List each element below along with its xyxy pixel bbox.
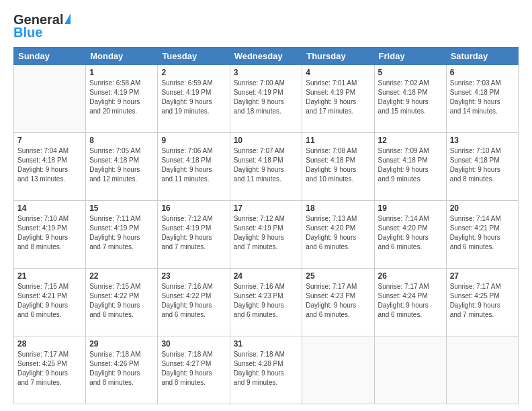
- day-info: Sunrise: 6:59 AM Sunset: 4:19 PM Dayligh…: [161, 79, 226, 116]
- day-info: Sunrise: 7:11 AM Sunset: 4:19 PM Dayligh…: [89, 214, 154, 252]
- weekday-thursday: Thursday: [302, 48, 374, 65]
- calendar-cell: 9Sunrise: 7:06 AM Sunset: 4:18 PM Daylig…: [158, 133, 230, 201]
- logo-triangle-icon: [64, 13, 71, 24]
- day-info: Sunrise: 7:01 AM Sunset: 4:19 PM Dayligh…: [306, 79, 370, 116]
- day-info: Sunrise: 7:17 AM Sunset: 4:23 PM Dayligh…: [306, 282, 370, 320]
- day-info: Sunrise: 7:08 AM Sunset: 4:18 PM Dayligh…: [306, 146, 370, 184]
- calendar-cell: 6Sunrise: 7:03 AM Sunset: 4:18 PM Daylig…: [446, 65, 518, 133]
- weekday-header-row: SundayMondayTuesdayWednesdayThursdayFrid…: [14, 48, 519, 65]
- day-number: 8: [89, 136, 154, 145]
- day-number: 17: [234, 203, 299, 213]
- calendar-cell: 21Sunrise: 7:15 AM Sunset: 4:21 PM Dayli…: [14, 269, 86, 336]
- day-number: 22: [89, 271, 154, 281]
- day-number: 20: [450, 203, 515, 213]
- day-number: 6: [450, 68, 515, 77]
- calendar-cell: 26Sunrise: 7:17 AM Sunset: 4:24 PM Dayli…: [374, 269, 446, 336]
- calendar-cell: 8Sunrise: 7:05 AM Sunset: 4:18 PM Daylig…: [86, 133, 158, 201]
- day-number: 1: [89, 68, 154, 77]
- calendar-cell: [374, 336, 446, 404]
- calendar-cell: 3Sunrise: 7:00 AM Sunset: 4:19 PM Daylig…: [230, 65, 302, 133]
- day-info: Sunrise: 7:06 AM Sunset: 4:18 PM Dayligh…: [161, 146, 226, 184]
- calendar-cell: 25Sunrise: 7:17 AM Sunset: 4:23 PM Dayli…: [302, 269, 374, 336]
- weekday-tuesday: Tuesday: [158, 48, 230, 65]
- day-info: Sunrise: 7:05 AM Sunset: 4:18 PM Dayligh…: [89, 146, 154, 184]
- day-info: Sunrise: 7:16 AM Sunset: 4:23 PM Dayligh…: [234, 282, 299, 320]
- weekday-wednesday: Wednesday: [230, 48, 302, 65]
- day-number: 23: [161, 271, 226, 281]
- calendar-cell: 16Sunrise: 7:12 AM Sunset: 4:19 PM Dayli…: [158, 201, 230, 269]
- day-info: Sunrise: 7:13 AM Sunset: 4:20 PM Dayligh…: [306, 214, 370, 252]
- day-number: 26: [378, 271, 443, 281]
- weekday-saturday: Saturday: [446, 48, 518, 65]
- day-info: Sunrise: 7:18 AM Sunset: 4:28 PM Dayligh…: [234, 350, 299, 387]
- calendar-cell: 13Sunrise: 7:10 AM Sunset: 4:18 PM Dayli…: [446, 133, 518, 201]
- calendar-cell: 24Sunrise: 7:16 AM Sunset: 4:23 PM Dayli…: [230, 269, 302, 336]
- calendar-cell: 5Sunrise: 7:02 AM Sunset: 4:18 PM Daylig…: [374, 65, 446, 133]
- day-number: 27: [450, 271, 515, 281]
- day-info: Sunrise: 7:18 AM Sunset: 4:26 PM Dayligh…: [89, 350, 154, 387]
- calendar-cell: 17Sunrise: 7:12 AM Sunset: 4:19 PM Dayli…: [230, 201, 302, 269]
- day-info: Sunrise: 7:10 AM Sunset: 4:18 PM Dayligh…: [450, 146, 515, 184]
- day-info: Sunrise: 7:14 AM Sunset: 4:21 PM Dayligh…: [450, 214, 515, 252]
- day-info: Sunrise: 7:02 AM Sunset: 4:18 PM Dayligh…: [378, 79, 443, 116]
- day-number: 16: [161, 203, 226, 213]
- day-info: Sunrise: 7:17 AM Sunset: 4:25 PM Dayligh…: [17, 350, 82, 387]
- day-number: 14: [17, 203, 82, 213]
- calendar-cell: 7Sunrise: 7:04 AM Sunset: 4:18 PM Daylig…: [14, 133, 86, 201]
- logo: General Blue: [13, 12, 71, 40]
- day-info: Sunrise: 7:00 AM Sunset: 4:19 PM Dayligh…: [234, 79, 299, 116]
- day-number: 18: [306, 203, 370, 213]
- day-number: 13: [450, 136, 515, 145]
- day-info: Sunrise: 7:12 AM Sunset: 4:19 PM Dayligh…: [161, 214, 226, 252]
- day-number: 25: [306, 271, 370, 281]
- day-number: 31: [234, 339, 299, 349]
- page: General Blue SundayMondayTuesdayWednesda…: [0, 0, 532, 411]
- calendar-cell: 28Sunrise: 7:17 AM Sunset: 4:25 PM Dayli…: [14, 336, 86, 404]
- calendar-cell: 1Sunrise: 6:58 AM Sunset: 4:19 PM Daylig…: [86, 65, 158, 133]
- day-info: Sunrise: 7:03 AM Sunset: 4:18 PM Dayligh…: [450, 79, 515, 116]
- day-info: Sunrise: 6:58 AM Sunset: 4:19 PM Dayligh…: [89, 79, 154, 116]
- day-number: 29: [89, 339, 154, 349]
- week-row-1: 7Sunrise: 7:04 AM Sunset: 4:18 PM Daylig…: [14, 133, 519, 201]
- calendar-cell: [446, 336, 518, 404]
- day-info: Sunrise: 7:09 AM Sunset: 4:18 PM Dayligh…: [378, 146, 443, 184]
- calendar-cell: 10Sunrise: 7:07 AM Sunset: 4:18 PM Dayli…: [230, 133, 302, 201]
- day-info: Sunrise: 7:15 AM Sunset: 4:22 PM Dayligh…: [89, 282, 154, 320]
- day-info: Sunrise: 7:18 AM Sunset: 4:27 PM Dayligh…: [161, 350, 226, 387]
- day-number: 19: [378, 203, 443, 213]
- calendar-cell: [302, 336, 374, 404]
- day-number: 4: [306, 68, 370, 77]
- day-number: 28: [17, 339, 82, 349]
- weekday-sunday: Sunday: [14, 48, 86, 65]
- week-row-4: 28Sunrise: 7:17 AM Sunset: 4:25 PM Dayli…: [14, 336, 519, 404]
- calendar-cell: 4Sunrise: 7:01 AM Sunset: 4:19 PM Daylig…: [302, 65, 374, 133]
- day-number: 21: [17, 271, 82, 281]
- calendar-cell: 22Sunrise: 7:15 AM Sunset: 4:22 PM Dayli…: [86, 269, 158, 336]
- logo-blue: Blue: [13, 25, 42, 40]
- day-info: Sunrise: 7:07 AM Sunset: 4:18 PM Dayligh…: [234, 146, 299, 184]
- calendar-cell: 2Sunrise: 6:59 AM Sunset: 4:19 PM Daylig…: [158, 65, 230, 133]
- day-info: Sunrise: 7:17 AM Sunset: 4:25 PM Dayligh…: [450, 282, 515, 320]
- week-row-3: 21Sunrise: 7:15 AM Sunset: 4:21 PM Dayli…: [14, 269, 519, 336]
- day-info: Sunrise: 7:17 AM Sunset: 4:24 PM Dayligh…: [378, 282, 443, 320]
- day-number: 9: [161, 136, 226, 145]
- calendar-cell: 11Sunrise: 7:08 AM Sunset: 4:18 PM Dayli…: [302, 133, 374, 201]
- week-row-0: 1Sunrise: 6:58 AM Sunset: 4:19 PM Daylig…: [14, 65, 519, 133]
- day-info: Sunrise: 7:12 AM Sunset: 4:19 PM Dayligh…: [234, 214, 299, 252]
- day-number: 11: [306, 136, 370, 145]
- calendar-table: SundayMondayTuesdayWednesdayThursdayFrid…: [13, 47, 519, 404]
- calendar-cell: 30Sunrise: 7:18 AM Sunset: 4:27 PM Dayli…: [158, 336, 230, 404]
- calendar-cell: 23Sunrise: 7:16 AM Sunset: 4:22 PM Dayli…: [158, 269, 230, 336]
- weekday-monday: Monday: [86, 48, 158, 65]
- day-info: Sunrise: 7:15 AM Sunset: 4:21 PM Dayligh…: [17, 282, 82, 320]
- day-number: 24: [234, 271, 299, 281]
- calendar-cell: 27Sunrise: 7:17 AM Sunset: 4:25 PM Dayli…: [446, 269, 518, 336]
- day-number: 15: [89, 203, 154, 213]
- calendar-cell: 14Sunrise: 7:10 AM Sunset: 4:19 PM Dayli…: [14, 201, 86, 269]
- calendar-cell: 31Sunrise: 7:18 AM Sunset: 4:28 PM Dayli…: [230, 336, 302, 404]
- day-number: 5: [378, 68, 443, 77]
- calendar-cell: 19Sunrise: 7:14 AM Sunset: 4:20 PM Dayli…: [374, 201, 446, 269]
- day-number: 2: [161, 68, 226, 77]
- day-info: Sunrise: 7:14 AM Sunset: 4:20 PM Dayligh…: [378, 214, 443, 252]
- week-row-2: 14Sunrise: 7:10 AM Sunset: 4:19 PM Dayli…: [14, 201, 519, 269]
